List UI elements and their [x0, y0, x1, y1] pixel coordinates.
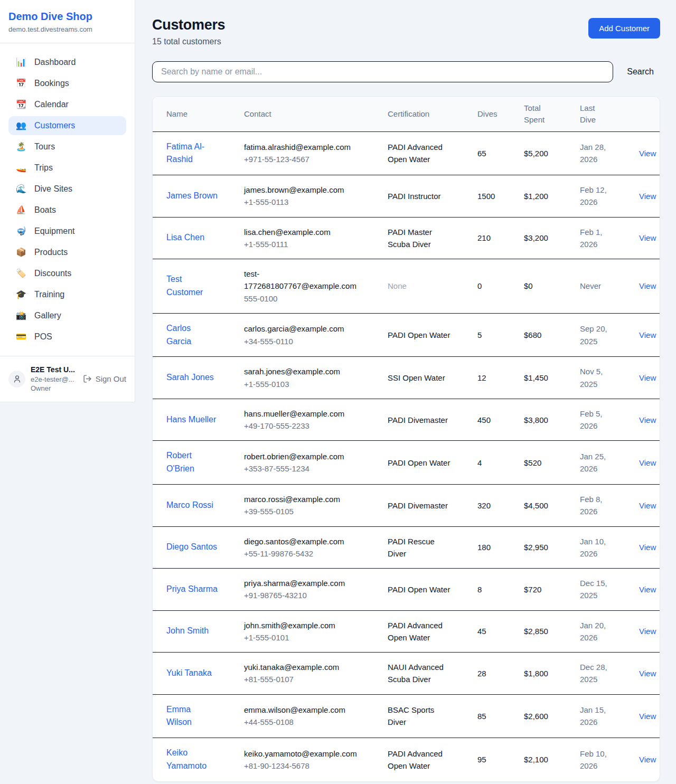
customer-dives: 5	[477, 313, 524, 357]
customer-total-spent: $3,200	[524, 217, 580, 259]
customer-name-link[interactable]: Carlos Garcia	[166, 324, 191, 346]
customer-phone: 555-0100	[244, 292, 359, 305]
table-row: Emma Wilson emma.wilson@example.com +44-…	[153, 694, 660, 738]
customer-certification: PADI Advanced Open Water	[388, 738, 477, 781]
customer-name-link[interactable]: Priya Sharma	[166, 584, 218, 593]
customer-name-link[interactable]: Test Customer	[166, 275, 203, 297]
view-link[interactable]: View	[639, 281, 656, 290]
sign-out-label: Sign Out	[96, 374, 126, 383]
sidebar-item-label: Discounts	[34, 269, 71, 278]
customer-name-link[interactable]: Marco Rossi	[166, 500, 213, 509]
speedboat-icon: 🚤	[16, 164, 26, 172]
customer-name-link[interactable]: Keiko Yamamoto	[166, 748, 206, 770]
column-header-certification: Certification	[388, 97, 477, 131]
customer-total-spent: $4,500	[524, 485, 580, 527]
customer-last-dive: Jan 25, 2026	[580, 441, 639, 485]
sidebar-item-boats[interactable]: ⛵ Boats	[8, 201, 126, 220]
sidebar-item-equipment[interactable]: 🤿 Equipment	[8, 222, 126, 241]
customer-name-link[interactable]: Sarah Jones	[166, 373, 214, 382]
user-role: Owner	[31, 384, 75, 393]
customer-name-link[interactable]: Yuki Tanaka	[166, 668, 212, 677]
customer-name-link[interactable]: James Brown	[166, 191, 218, 200]
view-link[interactable]: View	[639, 149, 656, 158]
view-link[interactable]: View	[639, 627, 656, 636]
customer-dives: 450	[477, 399, 524, 441]
customer-certification: PADI Advanced Open Water	[388, 131, 477, 175]
customer-phone: +81-555-0107	[244, 673, 359, 685]
view-link[interactable]: View	[639, 192, 656, 201]
sidebar-item-training[interactable]: 🎓 Training	[8, 285, 126, 304]
search-button[interactable]: Search	[613, 63, 660, 81]
island-icon: 🏝️	[16, 143, 26, 151]
user-box: E2E Test U... e2e-tester@... Owner Sign …	[0, 356, 135, 402]
sidebar-item-products[interactable]: 📦 Products	[8, 243, 126, 262]
view-link[interactable]: View	[639, 330, 656, 339]
customer-last-dive: Jan 10, 2026	[580, 526, 639, 569]
customer-total-spent: $5,200	[524, 131, 580, 175]
view-link[interactable]: View	[639, 373, 656, 382]
view-link[interactable]: View	[639, 543, 656, 552]
customer-total-spent: $720	[524, 569, 580, 611]
add-customer-button[interactable]: Add Customer	[588, 18, 660, 39]
table-row: Sarah Jones sarah.jones@example.com +1-5…	[153, 357, 660, 399]
sidebar-item-label: Calendar	[34, 100, 69, 109]
graduation-cap-icon: 🎓	[16, 290, 26, 299]
customer-dives: 210	[477, 217, 524, 259]
sidebar-item-pos[interactable]: 💳 POS	[8, 327, 126, 346]
customer-email: test-1772681807767@example.com	[244, 268, 359, 292]
customer-email: john.smith@example.com	[244, 619, 359, 631]
customer-dives: 320	[477, 485, 524, 527]
sidebar-item-customers[interactable]: 👥 Customers	[8, 116, 126, 135]
sidebar-item-bookings[interactable]: 📅 Bookings	[8, 74, 126, 93]
customer-name-link[interactable]: Fatima Al-Rashid	[166, 142, 204, 164]
view-link[interactable]: View	[639, 585, 656, 594]
customer-phone: +971-55-123-4567	[244, 153, 359, 165]
customer-name-link[interactable]: Emma Wilson	[166, 705, 192, 727]
customer-phone: +55-11-99876-5432	[244, 547, 359, 560]
customer-name-link[interactable]: Hans Mueller	[166, 415, 216, 424]
view-link[interactable]: View	[639, 458, 656, 467]
customer-email: carlos.garcia@example.com	[244, 323, 359, 335]
sidebar-item-discounts[interactable]: 🏷️ Discounts	[8, 264, 126, 283]
customer-name-link[interactable]: John Smith	[166, 626, 209, 635]
sidebar-item-label: Gallery	[34, 311, 61, 320]
sidebar-item-trips[interactable]: 🚤 Trips	[8, 158, 126, 177]
sidebar-item-calendar[interactable]: 📆 Calendar	[8, 95, 126, 114]
table-row: Marco Rossi marco.rossi@example.com +39-…	[153, 485, 660, 527]
main-content: Customers 15 total customers Add Custome…	[135, 0, 676, 784]
sidebar-item-tours[interactable]: 🏝️ Tours	[8, 137, 126, 156]
search-input[interactable]	[152, 61, 613, 82]
customer-certification: PADI Instructor	[388, 175, 477, 218]
customer-last-dive: Feb 10, 2026	[580, 738, 639, 781]
customer-last-dive: Feb 1, 2026	[580, 217, 639, 259]
sidebar-item-label: Products	[34, 248, 68, 257]
customer-certification: PADI Master Scuba Diver	[388, 217, 477, 259]
customer-last-dive: Never	[580, 259, 639, 314]
tag-icon: 🏷️	[16, 269, 26, 278]
calendar-icon: 📆	[16, 100, 26, 109]
sign-out-button[interactable]: Sign Out	[83, 374, 126, 383]
view-link[interactable]: View	[639, 755, 656, 764]
brand-domain: demo.test.divestreams.com	[8, 25, 126, 33]
customer-name-link[interactable]: Lisa Chen	[166, 233, 204, 242]
sidebar-item-dashboard[interactable]: 📊 Dashboard	[8, 53, 126, 72]
user-info: E2E Test U... e2e-tester@... Owner	[31, 365, 75, 393]
view-link[interactable]: View	[639, 712, 656, 721]
table-row: Priya Sharma priya.sharma@example.com +9…	[153, 569, 660, 611]
diving-mask-icon: 🤿	[16, 227, 26, 235]
view-link[interactable]: View	[639, 669, 656, 678]
customer-total-spent: $1,200	[524, 175, 580, 218]
customer-phone: +91-98765-43210	[244, 589, 359, 601]
view-link[interactable]: View	[639, 233, 656, 242]
sidebar-item-dive-sites[interactable]: 🌊 Dive Sites	[8, 180, 126, 199]
view-link[interactable]: View	[639, 415, 656, 424]
customer-name-link[interactable]: Robert O'Brien	[166, 451, 194, 473]
table-row: Yuki Tanaka yuki.tanaka@example.com +81-…	[153, 653, 660, 695]
sidebar-item-gallery[interactable]: 📸 Gallery	[8, 306, 126, 325]
app-shell: Demo Dive Shop demo.test.divestreams.com…	[0, 0, 676, 784]
person-icon	[13, 374, 22, 383]
brand-name[interactable]: Demo Dive Shop	[8, 11, 126, 23]
column-header-last-dive: Last Dive	[580, 97, 639, 131]
customer-name-link[interactable]: Diego Santos	[166, 542, 217, 551]
view-link[interactable]: View	[639, 501, 656, 510]
